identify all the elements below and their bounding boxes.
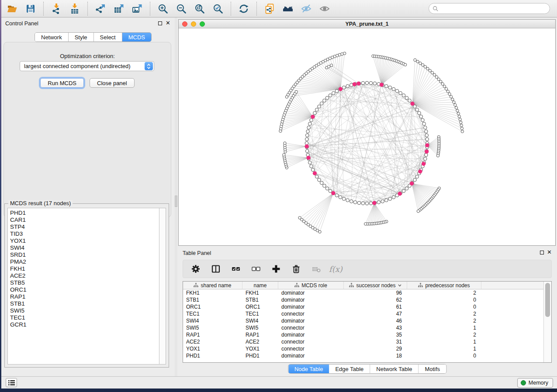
graph-node[interactable] bbox=[456, 109, 459, 112]
tab-style[interactable]: Style bbox=[69, 33, 94, 41]
graph-node[interactable] bbox=[342, 197, 346, 201]
graph-node[interactable] bbox=[320, 181, 323, 185]
graph-node[interactable] bbox=[339, 196, 342, 199]
graph-node[interactable] bbox=[404, 63, 406, 66]
graph-node[interactable] bbox=[388, 197, 392, 201]
zoom-out-button[interactable] bbox=[174, 1, 189, 16]
graph-node[interactable] bbox=[423, 126, 427, 129]
table-row[interactable]: SWI4SWI4dominator462 bbox=[183, 317, 543, 324]
cell-successor-nodes[interactable]: 35 bbox=[344, 331, 407, 338]
table-row[interactable]: FKH1FKH1dominator962 bbox=[183, 289, 543, 296]
graph-node[interactable] bbox=[343, 52, 346, 55]
graph-node[interactable] bbox=[307, 126, 311, 129]
cell-mcds-role[interactable]: dominator bbox=[278, 352, 344, 359]
graph-node[interactable] bbox=[327, 65, 330, 68]
graph-node[interactable] bbox=[460, 124, 463, 127]
graph-node[interactable] bbox=[365, 202, 369, 205]
mcds-result-item[interactable]: PMA2 bbox=[10, 258, 159, 265]
graph-node[interactable] bbox=[325, 96, 329, 100]
graph-node[interactable] bbox=[448, 93, 451, 95]
graph-node[interactable] bbox=[349, 199, 353, 203]
graph-node[interactable] bbox=[451, 98, 454, 101]
refresh-button[interactable] bbox=[236, 1, 251, 16]
graph-node[interactable] bbox=[455, 107, 457, 109]
graph-node[interactable] bbox=[365, 81, 369, 85]
save-session-button[interactable] bbox=[23, 1, 38, 16]
graph-node[interactable] bbox=[330, 64, 333, 66]
table-row[interactable]: YOX1YOX1connector291 bbox=[183, 345, 543, 352]
cell-mcds-role[interactable]: connector bbox=[278, 345, 344, 352]
network-search-box[interactable] bbox=[429, 3, 550, 14]
graph-node[interactable] bbox=[305, 149, 309, 153]
cell-successor-nodes[interactable]: 31 bbox=[344, 338, 407, 345]
cell-mcds-role[interactable]: connector bbox=[278, 324, 344, 331]
graph-node[interactable] bbox=[329, 94, 332, 97]
cell-predecessor-nodes[interactable]: 0 bbox=[407, 352, 481, 359]
cell-shared-name[interactable]: PHD1 bbox=[183, 352, 242, 359]
hide-selected-button[interactable] bbox=[299, 1, 314, 16]
mcds-result-item[interactable]: SWI5 bbox=[10, 307, 159, 314]
tab-node-table[interactable]: Node Table bbox=[288, 364, 329, 373]
mcds-list-scrollbar[interactable] bbox=[159, 208, 166, 364]
mcds-result-item[interactable]: STP4 bbox=[10, 224, 159, 230]
graph-node[interactable] bbox=[332, 91, 336, 95]
graph-node[interactable] bbox=[298, 217, 301, 219]
export-image-button[interactable] bbox=[130, 1, 145, 16]
graph-node[interactable] bbox=[306, 130, 310, 133]
cell-predecessor-nodes[interactable]: 1 bbox=[407, 324, 481, 331]
graph-node-mcds[interactable] bbox=[422, 162, 425, 165]
cell-predecessor-nodes[interactable]: 2 bbox=[407, 331, 481, 338]
graph-node[interactable] bbox=[439, 80, 442, 83]
cell-mcds-role[interactable]: connector bbox=[278, 310, 344, 317]
table-scrollbar[interactable] bbox=[543, 282, 551, 362]
cell-name[interactable]: FKH1 bbox=[242, 289, 278, 296]
close-panel-icon[interactable]: ✕ bbox=[166, 20, 170, 26]
graph-node[interactable] bbox=[402, 94, 405, 97]
graph-node[interactable] bbox=[329, 189, 332, 193]
graph-node[interactable] bbox=[419, 115, 423, 118]
graph-node[interactable] bbox=[422, 64, 424, 66]
tab-network-table[interactable]: Network Table bbox=[370, 364, 419, 373]
graph-node[interactable] bbox=[305, 134, 309, 137]
mcds-result-item[interactable]: ORC1 bbox=[10, 286, 159, 293]
cell-successor-nodes[interactable]: 18 bbox=[344, 352, 407, 359]
graph-node[interactable] bbox=[437, 78, 440, 80]
graph-node-mcds[interactable] bbox=[311, 115, 315, 118]
graph-node[interactable] bbox=[454, 103, 457, 106]
table-row[interactable]: ACE2ACE2connector311 bbox=[183, 338, 543, 345]
graph-node[interactable] bbox=[364, 223, 367, 225]
column-header-name[interactable]: name bbox=[242, 282, 278, 289]
graph-node[interactable] bbox=[361, 81, 365, 85]
cell-successor-nodes[interactable]: 62 bbox=[344, 296, 407, 303]
cell-name[interactable]: PHD1 bbox=[242, 352, 278, 359]
graph-node-mcds[interactable] bbox=[373, 201, 376, 205]
column-header-shared-name[interactable]: shared name bbox=[183, 282, 242, 289]
cell-mcds-role[interactable]: dominator bbox=[278, 331, 344, 338]
cell-mcds-role[interactable]: dominator bbox=[278, 296, 344, 303]
cell-shared-name[interactable]: TEC1 bbox=[183, 310, 242, 317]
cell-successor-nodes[interactable]: 47 bbox=[344, 310, 407, 317]
cell-predecessor-nodes[interactable]: 0 bbox=[407, 303, 481, 310]
split-columns-icon[interactable] bbox=[211, 264, 221, 274]
graph-node[interactable] bbox=[346, 85, 349, 88]
graph-node-mcds[interactable] bbox=[339, 87, 342, 91]
graph-node[interactable] bbox=[308, 161, 312, 165]
optimization-criterion-select[interactable]: largest connected component (undirected) bbox=[20, 61, 154, 71]
graph-node-mcds[interactable] bbox=[332, 191, 335, 195]
export-network-button[interactable] bbox=[93, 1, 108, 16]
graph-node[interactable] bbox=[346, 199, 349, 202]
graph-node-mcds[interactable] bbox=[426, 144, 429, 147]
mcds-result-item[interactable]: STB1 bbox=[10, 300, 159, 307]
cell-mcds-role[interactable]: dominator bbox=[278, 317, 344, 324]
zoom-in-button[interactable] bbox=[156, 1, 170, 16]
cell-shared-name[interactable]: YOX1 bbox=[183, 345, 242, 352]
graph-node[interactable] bbox=[445, 87, 447, 90]
graph-node[interactable] bbox=[453, 101, 455, 103]
cell-name[interactable]: ACE2 bbox=[242, 338, 278, 345]
delete-column-icon[interactable] bbox=[291, 264, 301, 274]
cell-successor-nodes[interactable]: 29 bbox=[344, 345, 407, 352]
mcds-result-list[interactable]: PHD1CAR1STP4TID3YOX1SWI4SRD1PMA2FKH1ACE2… bbox=[7, 208, 159, 364]
search-input[interactable] bbox=[441, 6, 541, 12]
cell-name[interactable]: SWI4 bbox=[242, 317, 278, 324]
graph-node[interactable] bbox=[320, 102, 323, 105]
